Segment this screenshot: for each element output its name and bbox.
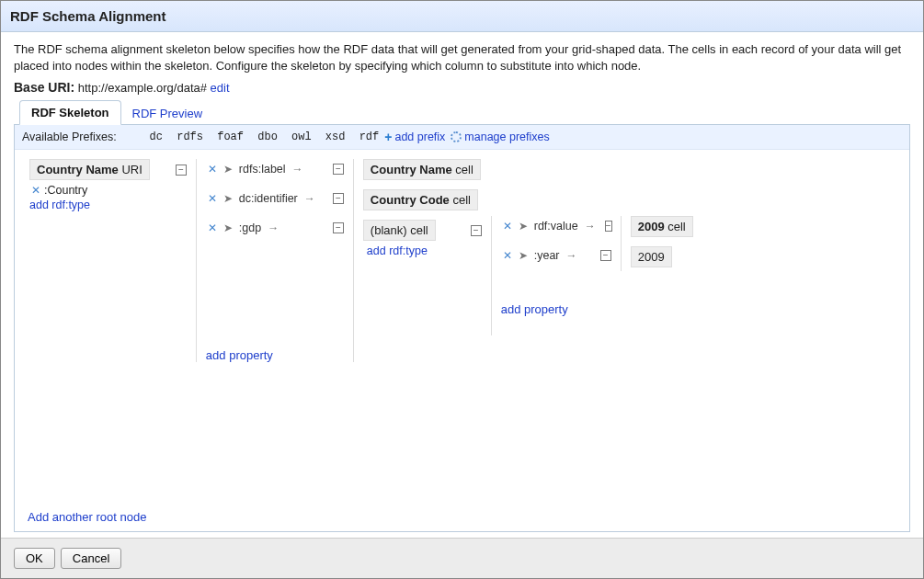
prop-label[interactable]: :year bbox=[532, 249, 562, 262]
target-blank: (blank) cell − bbox=[363, 220, 482, 241]
vsep bbox=[196, 159, 197, 362]
blank-props-col: ✕ ➤ rdf:value → − ✕ ➤ :year → bbox=[501, 216, 611, 316]
remove-type-icon[interactable]: ✕ bbox=[29, 184, 42, 197]
root-node: Country Name URI − bbox=[29, 159, 187, 180]
root-type-line: ✕ :Country bbox=[29, 184, 187, 197]
target-node-box[interactable]: Country Code cell bbox=[363, 189, 478, 210]
remove-prop-icon[interactable]: ✕ bbox=[206, 221, 219, 234]
prop-label[interactable]: :gdp bbox=[237, 221, 263, 234]
prop-rdfs-label: ✕ ➤ rdfs:label → − bbox=[206, 159, 344, 179]
plus-icon: + bbox=[384, 130, 392, 144]
root-expander[interactable]: − bbox=[176, 165, 187, 176]
dialog-title: RDF Schema Alignment bbox=[1, 1, 923, 32]
prop-year: ✕ ➤ :year → − bbox=[501, 245, 611, 266]
arrow-head-icon: → bbox=[585, 220, 596, 233]
target-country-name: Country Name cell bbox=[363, 159, 482, 180]
skeleton-tree: Country Name URI − ✕ :Country add rdf:ty… bbox=[29, 159, 900, 362]
root-sublinks: ✕ :Country add rdf:type bbox=[29, 184, 187, 211]
remove-prop-icon[interactable]: ✕ bbox=[501, 220, 514, 233]
description-text: The RDF schema alignment skeleton below … bbox=[14, 41, 910, 74]
prop-expander[interactable]: − bbox=[333, 164, 344, 175]
prop-expander[interactable]: − bbox=[333, 193, 344, 204]
arrow-head-icon: → bbox=[268, 221, 279, 234]
blank-add-type-link[interactable]: add rdf:type bbox=[367, 244, 482, 257]
prop-rdf-value: ✕ ➤ rdf:value → − bbox=[501, 216, 611, 236]
add-property-link-2[interactable]: add property bbox=[501, 302, 611, 316]
tab-content: Available Prefixes: dc rdfs foaf dbo owl… bbox=[14, 124, 910, 532]
target-2009-literal: 2009 bbox=[631, 246, 693, 267]
tabs-header: RDF Skeleton RDF Preview bbox=[14, 100, 910, 125]
arrow-tail-icon: ➤ bbox=[223, 163, 233, 176]
target-node-box[interactable]: (blank) cell bbox=[363, 220, 436, 241]
manage-prefixes-link[interactable]: manage prefixes bbox=[451, 131, 549, 143]
vsep bbox=[621, 216, 622, 271]
cancel-button[interactable]: Cancel bbox=[61, 548, 121, 569]
add-property-link[interactable]: add property bbox=[206, 348, 344, 362]
prop-expander[interactable]: − bbox=[605, 221, 612, 232]
manage-prefixes-label: manage prefixes bbox=[464, 131, 549, 143]
target-2009-cell: 2009 cell bbox=[631, 216, 693, 237]
root-add-type-link[interactable]: add rdf:type bbox=[29, 199, 187, 211]
prop-expander[interactable]: − bbox=[600, 250, 611, 261]
add-prefix-label: add prefix bbox=[394, 131, 445, 143]
base-uri-line: Base URI: http://example.org/data# edit bbox=[14, 80, 910, 95]
target-expander[interactable]: − bbox=[471, 225, 482, 236]
arrow-tail-icon: ➤ bbox=[519, 249, 528, 262]
target-country-code: Country Code cell bbox=[363, 189, 482, 210]
base-uri-edit-link[interactable]: edit bbox=[211, 81, 230, 95]
arrow-head-icon: → bbox=[304, 192, 315, 205]
arrow-head-icon: → bbox=[566, 249, 577, 262]
level1-targets-col: Country Name cell Country Code cell (bla… bbox=[363, 159, 482, 257]
prop-label[interactable]: rdf:value bbox=[532, 220, 580, 233]
root-col: Country Name URI − ✕ :Country add rdf:ty… bbox=[29, 159, 187, 211]
target-node-box[interactable]: 2009 bbox=[631, 246, 672, 267]
button-bar: OK Cancel bbox=[1, 538, 923, 578]
vsep bbox=[491, 216, 492, 335]
root-props-col: ✕ ➤ rdfs:label → − ✕ ➤ dc:identifier → bbox=[206, 159, 344, 362]
target-node-box[interactable]: Country Name cell bbox=[363, 159, 481, 180]
prop-label[interactable]: rdfs:label bbox=[237, 163, 288, 176]
skeleton-area: Country Name URI − ✕ :Country add rdf:ty… bbox=[15, 150, 909, 531]
arrow-tail-icon: ➤ bbox=[223, 192, 233, 205]
root-node-rest: URI bbox=[119, 163, 143, 176]
remove-prop-icon[interactable]: ✕ bbox=[206, 192, 219, 205]
add-root-node-link[interactable]: Add another root node bbox=[28, 510, 146, 524]
root-type-value[interactable]: :Country bbox=[44, 184, 87, 197]
remove-prop-icon[interactable]: ✕ bbox=[501, 249, 514, 262]
prop-gdp: ✕ ➤ :gdp → − bbox=[206, 218, 344, 238]
add-prefix-link[interactable]: + add prefix bbox=[384, 130, 445, 144]
prop-dc-identifier: ✕ ➤ dc:identifier → − bbox=[206, 188, 344, 209]
root-node-bold: Country Name bbox=[37, 163, 119, 176]
vsep bbox=[353, 159, 354, 362]
root-node-box[interactable]: Country Name URI bbox=[29, 159, 150, 180]
level2-targets-col: 2009 cell 2009 bbox=[631, 216, 693, 267]
ok-button[interactable]: OK bbox=[14, 548, 55, 569]
blank-sublinks: add rdf:type bbox=[363, 244, 482, 257]
base-uri-value: http://example.org/data# bbox=[78, 81, 207, 95]
rdf-schema-alignment-dialog: RDF Schema Alignment The RDF schema alig… bbox=[0, 0, 924, 579]
tab-skeleton[interactable]: RDF Skeleton bbox=[19, 100, 121, 125]
arrow-tail-icon: ➤ bbox=[519, 220, 528, 233]
remove-prop-icon[interactable]: ✕ bbox=[206, 163, 219, 176]
prefixes-list: dc rdfs foaf dbo owl xsd rdf bbox=[150, 131, 380, 143]
base-uri-label: Base URI: bbox=[14, 80, 74, 95]
dialog-body: The RDF schema alignment skeleton below … bbox=[1, 32, 923, 538]
prefixes-label: Available Prefixes: bbox=[22, 131, 117, 143]
arrow-head-icon: → bbox=[292, 163, 303, 176]
tab-preview[interactable]: RDF Preview bbox=[121, 102, 214, 125]
prop-label[interactable]: dc:identifier bbox=[237, 192, 300, 205]
prefixes-bar: Available Prefixes: dc rdfs foaf dbo owl… bbox=[15, 125, 909, 150]
prop-expander[interactable]: − bbox=[333, 222, 344, 233]
target-node-box[interactable]: 2009 cell bbox=[631, 216, 693, 237]
gear-icon bbox=[451, 131, 462, 142]
arrow-tail-icon: ➤ bbox=[223, 221, 233, 234]
